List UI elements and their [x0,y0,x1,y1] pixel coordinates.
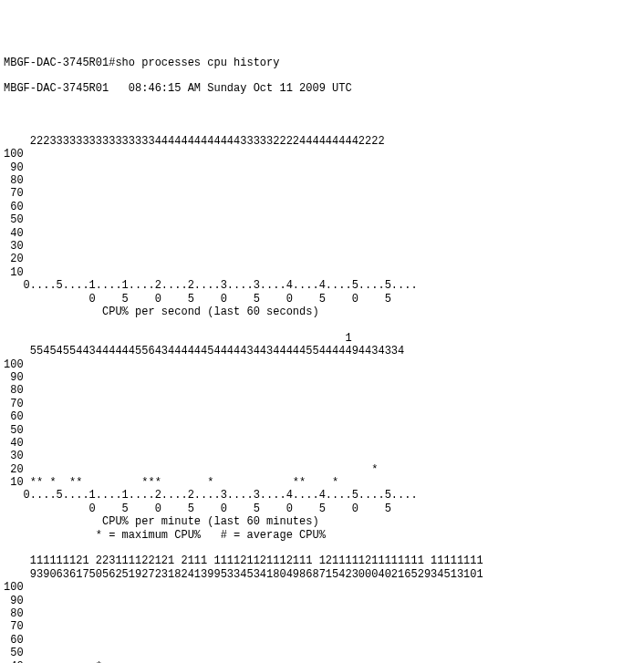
chart3-values2: 9390636175056251927231824139953345341804… [4,568,483,581]
chart2-y100: 100 [4,358,24,371]
chart1-y50: 50 [4,213,24,226]
chart1-xruler: 0....5....1....1....2....2....3....3....… [4,279,418,292]
chart2-y80: 80 [4,384,24,397]
chart3-y40: 40 * [4,660,102,663]
chart1-y60: 60 [4,201,24,213]
chart1-y70: 70 [4,187,24,200]
chart2-xruler2: 0 5 0 5 0 5 0 5 0 5 [4,502,391,515]
chart2-xruler: 0....5....1....1....2....2....3....3....… [4,489,418,502]
chart1-xruler2: 0 5 0 5 0 5 0 5 0 5 [4,293,391,306]
chart3-y90: 90 [4,595,24,607]
chart2-y70: 70 [4,398,24,410]
chart3-values1: 111111121 223111122121 2111 111121121112… [4,554,483,567]
chart2-caption1: CPU% per minute (last 60 minutes) [4,515,319,528]
chart1-caption: CPU% per second (last 60 seconds) [4,306,319,318]
chart2-caption2: * = maximum CPU% # = average CPU% [4,529,326,542]
chart1-y100: 100 [4,148,24,161]
chart1-values: 2223333333333333333444444444444433333222… [4,135,385,148]
prompt: MBGF-DAC-3745R01# [4,57,115,69]
chart1-y80: 80 [4,174,24,187]
chart3-y80: 80 [4,607,24,620]
chart3-y100: 100 [4,581,24,594]
chart3-y70: 70 [4,620,24,633]
chart1-y20: 20 [4,253,24,265]
chart2-values2: 5545455443444444556434444445444443443444… [4,345,404,357]
chart2-y20: 20 * [4,463,378,476]
chart2-y10: 10 ** * ** *** * ** * [4,476,338,489]
chart2-y60: 60 [4,410,24,423]
chart2-y40: 40 [4,437,24,450]
chart3-y60: 60 [4,634,24,647]
chart2-values1: 1 [4,332,352,345]
chart1-y10: 10 [4,266,24,279]
header-line: MBGF-DAC-3745R01 08:46:15 AM Sunday Oct … [4,82,352,95]
chart2-y30: 30 [4,450,24,462]
chart3-y50: 50 [4,647,24,659]
chart2-y50: 50 [4,424,24,437]
prompt-line: MBGF-DAC-3745R01#sho processes cpu histo… [4,57,279,69]
chart2-y90: 90 [4,371,24,384]
chart1-y40: 40 [4,227,24,240]
command: sho processes cpu history [115,57,279,69]
chart1-y30: 30 [4,240,24,253]
chart1-y90: 90 [4,161,24,174]
